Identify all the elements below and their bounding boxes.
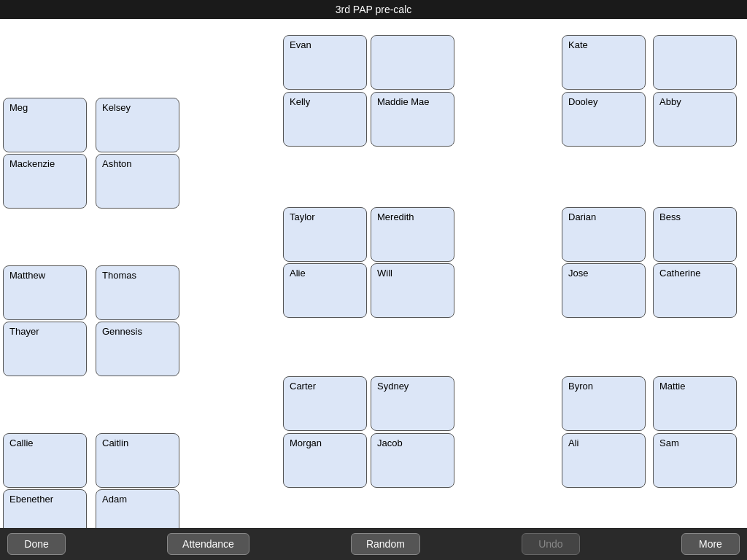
seat-card[interactable]: Meredith (371, 207, 454, 262)
seat-card[interactable]: Alie (283, 263, 367, 318)
main-content: MegKelseyMackenzieAshtonMatthewThomasTha… (0, 19, 747, 528)
random-button[interactable]: Random (351, 533, 420, 555)
seat-card[interactable]: Mattie (653, 376, 737, 431)
seat-card[interactable]: Jacob (371, 433, 454, 488)
seat-card[interactable]: Ali (562, 433, 646, 488)
seat-card[interactable]: Morgan (283, 433, 367, 488)
seat-card[interactable]: Gennesis (96, 322, 179, 376)
seat-card[interactable]: Dooley (562, 92, 646, 147)
seat-card[interactable]: Ashton (96, 154, 179, 209)
seat-card[interactable]: Taylor (283, 207, 367, 262)
seat-card[interactable]: Thomas (96, 265, 179, 320)
seat-card[interactable]: Will (371, 263, 454, 318)
seat-card[interactable]: Evan (283, 35, 367, 90)
seat-card[interactable]: Adam (96, 489, 179, 528)
seat-card[interactable]: Byron (562, 376, 646, 431)
more-button[interactable]: More (681, 533, 740, 555)
seat-card[interactable]: Sam (653, 433, 737, 488)
seat-card[interactable]: Caitlin (96, 433, 179, 488)
seat-card[interactable]: Callie (3, 433, 87, 488)
attendance-button[interactable]: Attendance (167, 533, 249, 555)
seat-card[interactable]: Bess (653, 207, 737, 262)
title-bar: 3rd PAP pre-calc (0, 0, 747, 19)
seat-card[interactable]: Kate (562, 35, 646, 90)
seat-card[interactable]: Abby (653, 92, 737, 147)
seat-card[interactable]: Jose (562, 263, 646, 318)
toolbar: Done Attendance Random Undo More (0, 528, 747, 560)
seat-card[interactable]: Carter (283, 376, 367, 431)
seat-card[interactable]: Kelsey (96, 98, 179, 152)
seat-card[interactable]: Maddie Mae (371, 92, 454, 147)
seat-card[interactable]: Kelly (283, 92, 367, 147)
page-title: 3rd PAP pre-calc (336, 4, 412, 15)
seat-card[interactable]: Mackenzie (3, 154, 87, 209)
seat-card[interactable]: Meg (3, 98, 87, 152)
seat-card[interactable] (653, 35, 737, 90)
done-button[interactable]: Done (7, 533, 66, 555)
seat-card[interactable]: Ebenether (3, 489, 87, 528)
undo-button[interactable]: Undo (522, 533, 580, 555)
seat-card[interactable] (371, 35, 454, 90)
seat-card[interactable]: Sydney (371, 376, 454, 431)
seat-card[interactable]: Matthew (3, 265, 87, 320)
seat-card[interactable]: Thayer (3, 322, 87, 376)
seat-card[interactable]: Darian (562, 207, 646, 262)
seat-card[interactable]: Catherine (653, 263, 737, 318)
